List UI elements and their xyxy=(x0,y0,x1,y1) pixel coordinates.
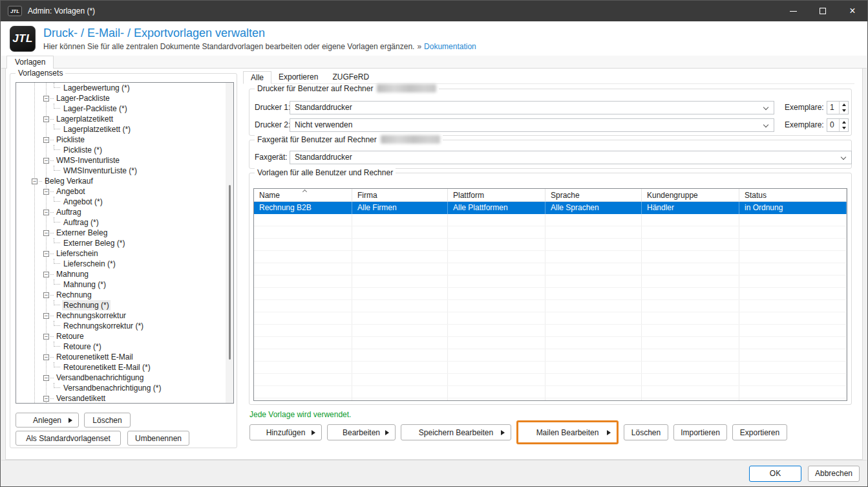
tree-item[interactable]: −Angebot xyxy=(16,186,233,197)
tree-item[interactable]: Pickliste (*) xyxy=(16,145,233,155)
tree-item[interactable]: Angebot (*) xyxy=(16,197,233,207)
tree-collapse-icon[interactable]: − xyxy=(43,189,49,195)
table-cell-empty xyxy=(448,226,545,238)
tree-item[interactable]: WMSInventurListe (*) xyxy=(16,166,233,176)
tree-collapse-icon[interactable]: − xyxy=(43,230,49,236)
vorlagenset-loeschen-button[interactable]: Löschen xyxy=(84,413,131,427)
mailen-bearbeiten-button[interactable]: Mailen Bearbeiten xyxy=(518,422,617,442)
hinzuf-gen-button[interactable]: Hinzufügen xyxy=(249,424,322,440)
tree-leaf-connector xyxy=(54,321,60,326)
documentation-link[interactable]: Dokumentation xyxy=(424,42,476,51)
table-cell-empty xyxy=(352,398,448,401)
tree-collapse-icon[interactable]: − xyxy=(32,179,37,184)
tree-collapse-icon[interactable]: − xyxy=(43,96,49,102)
minimize-button[interactable] xyxy=(778,1,808,21)
tab-vorlagen[interactable]: Vorlagen xyxy=(6,56,54,69)
ok-button[interactable]: OK xyxy=(749,466,801,482)
tree-collapse-icon[interactable]: − xyxy=(43,334,49,340)
tree-item[interactable]: −Rechnung xyxy=(16,290,233,300)
tree-collapse-icon[interactable]: − xyxy=(43,354,49,360)
column-header-sprache[interactable]: Sprache xyxy=(545,189,642,201)
tree-leaf-connector xyxy=(54,238,60,243)
tree-item[interactable]: −Auftrag xyxy=(16,207,233,217)
tree-item[interactable]: Lieferschein (*) xyxy=(16,259,233,269)
tree-item[interactable]: −Mahnung xyxy=(16,269,233,279)
column-header-kundengruppe[interactable]: Kundengruppe xyxy=(642,189,739,201)
umbenennen-button[interactable]: Umbenennen xyxy=(127,431,189,446)
spinner-down-button[interactable] xyxy=(840,125,848,132)
tree-item[interactable]: −Lieferschein xyxy=(16,248,233,259)
spinner-up-button[interactable] xyxy=(840,119,848,125)
table-cell: Alle Sprachen xyxy=(545,202,642,214)
spinner-down-button[interactable] xyxy=(840,108,848,114)
tree-item[interactable]: −Versandbenachrichtigung xyxy=(16,373,233,383)
tab-exportieren[interactable]: Exportieren xyxy=(271,71,325,84)
tree-collapse-icon[interactable]: − xyxy=(43,375,49,381)
tree-item[interactable]: −Lagerplatzetikett xyxy=(16,114,233,124)
tree-item[interactable]: Lagerbewertung (*) xyxy=(16,83,233,93)
tree-item[interactable]: −Versandetikett xyxy=(16,393,233,404)
tree-item[interactable]: Mahnung (*) xyxy=(16,279,233,290)
anlegen-button[interactable]: Anlegen xyxy=(16,413,79,427)
column-header-firma[interactable]: Firma xyxy=(352,189,448,201)
tree-item[interactable]: −Beleg Verkauf xyxy=(16,176,233,186)
tree-item[interactable]: Retoure (*) xyxy=(16,341,233,352)
titlebar[interactable]: JTL Admin: Vorlagen (*) × xyxy=(1,1,867,21)
vorlagensets-tree[interactable]: Lagerbewertung (*)−Lager-PacklisteLager-… xyxy=(16,82,234,404)
l-schen-button[interactable]: Löschen xyxy=(624,424,668,440)
tree-item[interactable]: Externer Beleg (*) xyxy=(16,238,233,248)
tab-zugferd[interactable]: ZUGFeRD xyxy=(325,71,376,84)
tree-item-label: Mahnung (*) xyxy=(62,279,107,290)
tree-collapse-icon[interactable]: − xyxy=(43,158,49,164)
tree-item[interactable]: Rechnung (*) xyxy=(16,300,233,310)
tree-collapse-icon[interactable]: − xyxy=(43,137,49,143)
exemplare2-stepper[interactable]: 0 xyxy=(827,118,849,132)
speichern-bearbeiten-button[interactable]: Speichern Bearbeiten xyxy=(401,424,511,440)
tree-item-label: Retoure (*) xyxy=(62,341,103,352)
tree-collapse-icon[interactable]: − xyxy=(43,396,49,402)
importieren-button[interactable]: Importieren xyxy=(673,424,727,440)
tree-item[interactable]: −Pickliste xyxy=(16,135,233,145)
maximize-button[interactable] xyxy=(808,1,838,21)
tree-collapse-icon[interactable]: − xyxy=(43,251,49,257)
tree-item[interactable]: Lagerplatzetikett (*) xyxy=(16,124,233,135)
close-button[interactable]: × xyxy=(838,1,867,21)
tree-item[interactable]: Lager-Packliste (*) xyxy=(16,103,233,114)
exemplare1-stepper[interactable]: 1 xyxy=(827,101,849,114)
tree-item[interactable]: Retourenetikett E-Mail (*) xyxy=(16,362,233,373)
als-standardvorlagenset-button[interactable]: Als Standardvorlagenset xyxy=(16,431,121,446)
column-header-name[interactable]: Name xyxy=(254,189,352,201)
tree-collapse-icon[interactable]: − xyxy=(43,313,49,319)
drucker2-combobox[interactable]: Nicht verwenden xyxy=(290,118,774,132)
tree-item[interactable]: −Rechnungskorrektur xyxy=(16,310,233,321)
tree-item[interactable]: Auftrag (*) xyxy=(16,217,233,228)
vorlagen-table[interactable]: NameFirmaPlattformSpracheKundengruppeSta… xyxy=(253,188,847,401)
tree-collapse-icon[interactable]: − xyxy=(43,116,49,122)
abbrechen-button[interactable]: Abbrechen xyxy=(808,466,860,482)
vorlagensets-group: Vorlagensets Lagerbewertung (*)−Lager-Pa… xyxy=(10,73,237,448)
tree-collapse-icon[interactable]: − xyxy=(43,272,49,277)
tree-scrollbar[interactable] xyxy=(226,83,233,403)
tree-item-label: Rechnungskorrektur xyxy=(55,310,127,321)
tree-scrollbar-thumb[interactable] xyxy=(229,185,231,360)
table-row-selected[interactable]: Rechnung B2BAlle FirmenAlle PlattformenA… xyxy=(254,202,847,214)
tree-item[interactable]: −Retoure xyxy=(16,331,233,341)
faxgeraet-combobox[interactable]: Standarddrucker xyxy=(290,151,852,164)
exportieren-button[interactable]: Exportieren xyxy=(732,424,787,440)
column-header-plattform[interactable]: Plattform xyxy=(448,189,545,201)
drucker1-combobox[interactable]: Standarddrucker xyxy=(290,101,774,114)
spinner-up-button[interactable] xyxy=(840,102,848,108)
tree-item[interactable]: Rechnungskorrektur (*) xyxy=(16,321,233,331)
bearbeiten-button[interactable]: Bearbeiten xyxy=(327,424,396,440)
tree-collapse-icon[interactable]: − xyxy=(43,210,49,215)
tab-alle[interactable]: Alle xyxy=(243,71,271,84)
tree-item[interactable]: −Retourenetikett E-Mail xyxy=(16,352,233,362)
table-row-empty xyxy=(254,263,847,276)
chevron-down-icon xyxy=(763,105,768,110)
tree-item[interactable]: −Lager-Packliste xyxy=(16,93,233,103)
tree-item[interactable]: −WMS-Inventurliste xyxy=(16,155,233,166)
tree-item[interactable]: −Externer Beleg xyxy=(16,228,233,238)
tree-item[interactable]: Versandbenachrichtigung (*) xyxy=(16,383,233,393)
tree-collapse-icon[interactable]: − xyxy=(43,292,49,298)
column-header-status[interactable]: Status xyxy=(739,189,847,201)
